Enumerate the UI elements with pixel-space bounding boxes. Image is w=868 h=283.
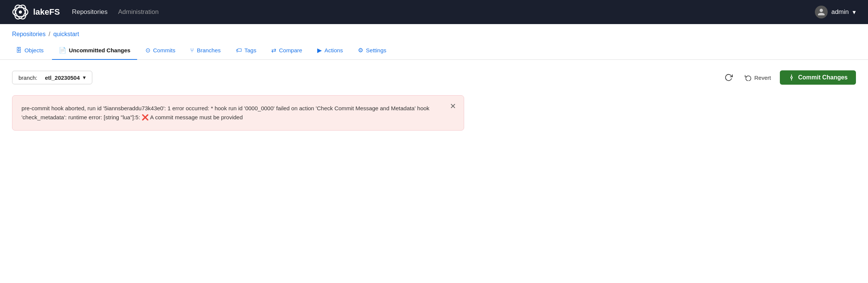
user-avatar-icon <box>815 6 828 18</box>
refresh-button[interactable] <box>721 70 736 85</box>
diff-icon: 📄 <box>59 47 66 54</box>
breadcrumb-repositories[interactable]: Repositories <box>12 31 46 38</box>
commit-button[interactable]: Commit Changes <box>780 70 856 85</box>
breadcrumb: Repositories / quickstart <box>0 24 868 41</box>
tab-tags[interactable]: 🏷 Tags <box>229 42 263 60</box>
svg-point-3 <box>19 11 22 14</box>
history-icon <box>745 74 752 81</box>
commit-branch-icon <box>788 74 795 81</box>
user-chevron-icon: ▾ <box>853 8 856 16</box>
revert-button[interactable]: Revert <box>740 71 775 84</box>
tab-settings[interactable]: ⚙ Settings <box>351 41 393 60</box>
tab-uncommitted[interactable]: 📄 Uncommitted Changes <box>52 41 137 60</box>
tab-objects-label: Objects <box>24 47 44 53</box>
nav-administration[interactable]: Administration <box>118 8 159 16</box>
tab-settings-label: Settings <box>366 47 386 53</box>
branch-name: etl_20230504 <box>45 75 80 81</box>
tab-compare[interactable]: ⇄ Compare <box>264 41 309 60</box>
toolbar: branch: etl_20230504 ▾ Revert Commit Cha… <box>12 70 856 85</box>
tab-commits-label: Commits <box>153 47 175 53</box>
compare-icon: ⇄ <box>271 47 276 54</box>
database-icon: 🗄 <box>16 47 22 54</box>
branch-selector[interactable]: branch: etl_20230504 ▾ <box>12 71 92 84</box>
navbar: lakeFS Repositories Administration admin… <box>0 0 868 24</box>
tab-bar: 🗄 Objects 📄 Uncommitted Changes ⊙ Commit… <box>0 41 868 60</box>
user-menu[interactable]: admin ▾ <box>815 6 856 18</box>
brand-name: lakeFS <box>33 7 60 17</box>
tab-commits[interactable]: ⊙ Commits <box>139 41 182 60</box>
tab-tags-label: Tags <box>245 47 257 53</box>
refresh-icon <box>724 73 733 82</box>
user-name: admin <box>831 8 849 16</box>
branch-prefix: branch: <box>18 75 37 81</box>
nav-links: Repositories Administration <box>72 8 803 16</box>
tab-objects[interactable]: 🗄 Objects <box>9 42 50 60</box>
chevron-down-icon: ▾ <box>83 74 86 81</box>
gear-icon: ⚙ <box>358 47 363 54</box>
tab-actions[interactable]: ▶ Actions <box>310 41 350 60</box>
alert-close-button[interactable]: ✕ <box>450 102 456 110</box>
commit-label: Commit Changes <box>798 74 848 81</box>
play-icon: ▶ <box>317 47 322 54</box>
branch-icon: ⑂ <box>190 47 194 54</box>
revert-label: Revert <box>754 75 771 81</box>
tab-branches-label: Branches <box>197 47 220 53</box>
error-alert: ✕ pre-commit hook aborted, run id '5iann… <box>12 95 464 131</box>
error-message: pre-commit hook aborted, run id '5iannsb… <box>21 105 429 120</box>
tab-compare-label: Compare <box>279 47 302 53</box>
nav-repositories[interactable]: Repositories <box>72 8 108 16</box>
breadcrumb-quickstart[interactable]: quickstart <box>53 31 79 38</box>
tab-branches[interactable]: ⑂ Branches <box>183 42 227 60</box>
brand-link[interactable]: lakeFS <box>12 4 60 20</box>
tab-actions-label: Actions <box>324 47 343 53</box>
commit-icon: ⊙ <box>145 47 150 54</box>
breadcrumb-separator: / <box>49 31 50 38</box>
tab-uncommitted-label: Uncommitted Changes <box>69 47 130 53</box>
tag-icon: 🏷 <box>236 47 242 54</box>
main-content: branch: etl_20230504 ▾ Revert Commit Cha… <box>0 60 868 141</box>
lakefs-logo <box>12 4 29 20</box>
